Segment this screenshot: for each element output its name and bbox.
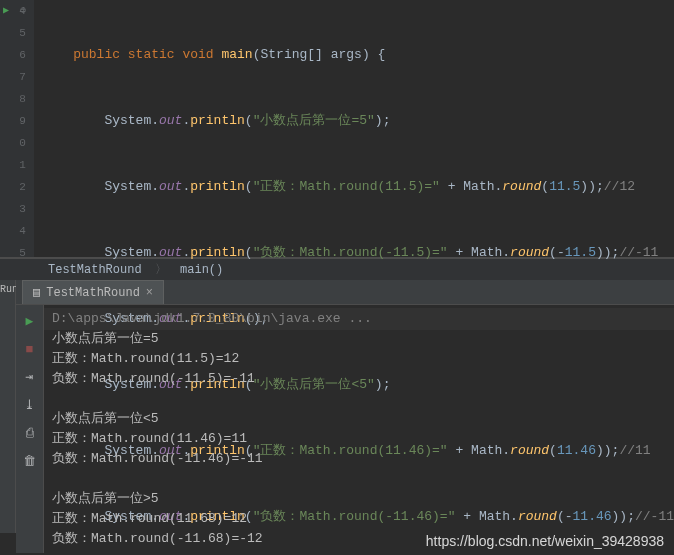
scroll-icon[interactable]: ⤓ — [22, 397, 38, 413]
fold-icon[interactable]: ⊖ — [20, 0, 26, 22]
chevron-right-icon: 〉 — [155, 263, 167, 277]
breadcrumb-class[interactable]: TestMathRound — [48, 263, 142, 277]
line-number: 5 — [0, 22, 26, 44]
console-line: 小数点后第一位=5 — [52, 331, 159, 346]
gutter: ▶ ⊖ 4 5 6 7 8 9 0 1 2 3 4 5 — [0, 0, 34, 257]
run-panel: Run: ▤ TestMathRound × ▶ ■ ⇥ ⤓ ⎙ 🗑 D:\ap… — [0, 280, 674, 533]
line-number: 6 — [0, 44, 26, 66]
run-toolbar: ▶ ■ ⇥ ⤓ ⎙ 🗑 — [16, 305, 44, 553]
line-number: 9 — [0, 110, 26, 132]
console-line: 负数：Math.round(-11.5)=-11 — [52, 371, 255, 386]
breadcrumb-method[interactable]: main() — [180, 263, 223, 277]
console-line: 正数：Math.round(11.46)=11 — [52, 431, 247, 446]
console-line: 小数点后第一位<5 — [52, 411, 159, 426]
wrap-icon[interactable]: ⇥ — [22, 369, 38, 385]
console-line: 负数：Math.round(-11.46)=-11 — [52, 451, 263, 466]
console-line: 小数点后第一位>5 — [52, 491, 159, 506]
line-number: 8 — [0, 88, 26, 110]
line-number: 4 — [0, 220, 26, 242]
rerun-icon[interactable]: ▶ — [22, 313, 38, 329]
print-icon[interactable]: ⎙ — [22, 425, 38, 441]
close-icon[interactable]: × — [146, 286, 153, 300]
watermark: https://blog.csdn.net/weixin_39428938 — [426, 533, 664, 549]
run-tool-label[interactable]: Run: — [0, 280, 16, 533]
run-tab-label: TestMathRound — [46, 286, 140, 300]
line-number: 2 — [0, 176, 26, 198]
clear-icon[interactable]: 🗑 — [22, 453, 38, 469]
console-line: 负数：Math.round(-11.68)=-12 — [52, 531, 263, 546]
run-tabbar: ▤ TestMathRound × — [16, 280, 674, 305]
line-number: 3 — [0, 198, 26, 220]
line-number: 7 — [0, 66, 26, 88]
application-icon: ▤ — [33, 285, 40, 300]
console-line: 正数：Math.round(11.68)=12 — [52, 511, 247, 526]
line-number: 0 — [0, 132, 26, 154]
code-area[interactable]: public static void main(String[] args) {… — [34, 0, 674, 257]
console-output[interactable]: D:\apps\Java\jdk1.7.0_80\bin\java.exe ..… — [44, 305, 674, 553]
run-tab[interactable]: ▤ TestMathRound × — [22, 280, 164, 304]
console-cmd: D:\apps\Java\jdk1.7.0_80\bin\java.exe ..… — [52, 311, 372, 326]
console-line: 正数：Math.round(11.5)=12 — [52, 351, 239, 366]
line-number: 1 — [0, 154, 26, 176]
code-editor[interactable]: ▶ ⊖ 4 5 6 7 8 9 0 1 2 3 4 5 public stati… — [0, 0, 674, 258]
run-line-icon[interactable]: ▶ — [3, 0, 9, 22]
line-number: 5 — [0, 242, 26, 264]
stop-icon[interactable]: ■ — [22, 341, 38, 357]
